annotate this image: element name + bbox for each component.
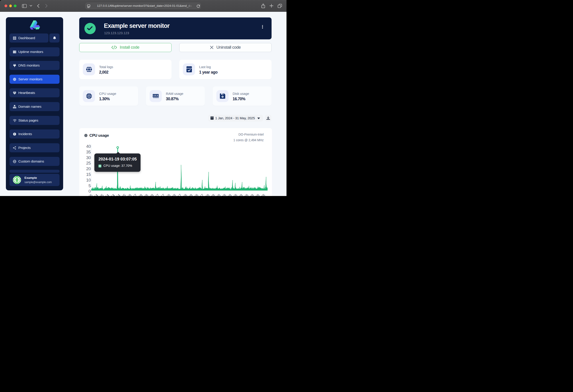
svg-text:08: 08: [171, 193, 177, 196]
svg-text:07: 07: [132, 193, 138, 196]
svg-text:04: 04: [115, 193, 121, 196]
svg-text:08: 08: [243, 193, 249, 196]
svg-text:08: 08: [210, 193, 216, 196]
svg-text:04: 04: [109, 193, 116, 196]
svg-text:08: 08: [249, 193, 255, 196]
svg-text:15: 15: [86, 172, 91, 177]
svg-text:07: 07: [177, 193, 183, 196]
svg-text:08: 08: [143, 193, 149, 196]
svg-text:20: 20: [86, 166, 91, 171]
svg-text:05: 05: [98, 193, 105, 196]
svg-text:0: 0: [89, 189, 91, 194]
svg-text:07: 07: [199, 193, 205, 196]
svg-text:07: 07: [160, 193, 166, 196]
svg-text:40: 40: [86, 144, 91, 149]
svg-text:35: 35: [86, 150, 91, 154]
svg-text:08: 08: [227, 193, 233, 196]
svg-text:08: 08: [221, 193, 227, 196]
svg-text:08: 08: [149, 193, 155, 196]
svg-text:25: 25: [86, 161, 91, 165]
svg-text:08: 08: [260, 193, 266, 196]
svg-text:5: 5: [89, 183, 91, 188]
svg-text:08: 08: [165, 193, 171, 196]
svg-text:04: 04: [104, 193, 110, 196]
svg-text:05: 05: [121, 193, 127, 196]
svg-text:08: 08: [137, 193, 143, 196]
svg-text:04: 04: [93, 193, 99, 196]
svg-text:08: 08: [204, 193, 211, 196]
svg-text:08: 08: [232, 193, 238, 196]
svg-text:08: 08: [193, 193, 199, 196]
svg-text:30: 30: [86, 155, 91, 160]
svg-text:10: 10: [86, 178, 91, 182]
svg-text:08: 08: [126, 193, 132, 196]
svg-text:08: 08: [215, 193, 222, 196]
svg-text:08: 08: [188, 193, 194, 196]
svg-text:08: 08: [182, 193, 188, 196]
svg-text:08: 08: [238, 193, 244, 196]
svg-text:08: 08: [254, 193, 260, 196]
svg-text:07: 07: [154, 193, 160, 196]
